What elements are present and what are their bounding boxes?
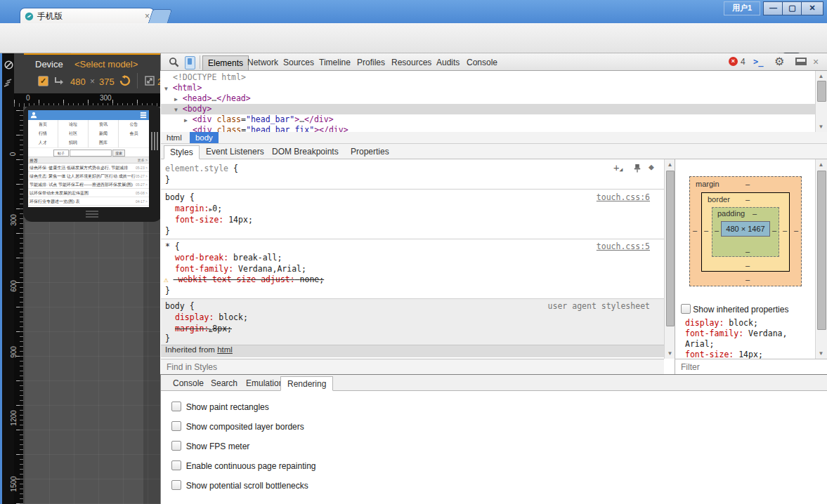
css-property[interactable]: font-family: Verdana,Arial; <box>175 264 306 274</box>
device-pixel-ratio-field[interactable]: 2 <box>157 77 160 87</box>
boxmodel-content[interactable]: 480 × 1467 <box>721 221 770 237</box>
console-drawer-icon[interactable]: >_ <box>753 57 763 67</box>
css-property[interactable]: word-break: break-all; <box>175 253 282 263</box>
tab-properties[interactable]: Properties <box>345 145 395 159</box>
styles-scrollbar[interactable]: ▲ ▼ <box>664 159 675 359</box>
mobile-nav-link[interactable]: 社区 <box>58 129 89 138</box>
device-scrollbar-grip[interactable] <box>151 132 158 152</box>
viewport-height-field[interactable]: 375 <box>99 77 115 87</box>
expand-arrow-icon[interactable]: ▼ <box>164 86 168 92</box>
tab-console[interactable]: Console <box>462 55 502 70</box>
stylesheet-link[interactable]: touch.css:5 <box>597 241 650 251</box>
rule-star-touchcss[interactable]: * { <box>165 241 180 251</box>
checkbox[interactable] <box>171 402 181 411</box>
swap-dimensions-icon[interactable] <box>119 75 131 86</box>
dom-div-headbarfix-node[interactable]: <div class="head_bar_fix"></div> <box>161 125 815 132</box>
error-count[interactable]: 4 <box>741 57 745 67</box>
close-window-button[interactable]: ✕ <box>801 1 823 15</box>
browser-tab[interactable]: 手机版 × <box>20 8 155 24</box>
option-continuous-repainting[interactable]: Enable continuous page repainting <box>171 460 315 470</box>
tab-sources[interactable]: Sources <box>278 55 319 70</box>
mobile-search-input[interactable] <box>70 150 112 157</box>
mobile-search-button[interactable]: 搜索 <box>112 150 125 157</box>
select-model-dropdown[interactable]: <Select model> <box>74 59 138 69</box>
dom-div-headbar-node[interactable]: ▶ <div class="head_bar">…</div> <box>161 114 815 125</box>
pin-icon[interactable] <box>633 164 642 173</box>
tab-profiles[interactable]: Profiles <box>352 55 390 70</box>
computed-prop-fontsize[interactable]: font-size: 14px; <box>685 350 763 359</box>
boxmodel-margin[interactable]: margin – – – – border – – – – padding – … <box>689 176 802 286</box>
search-type-select[interactable]: 帖子 <box>53 150 69 157</box>
dom-body-node-selected[interactable]: ▼ <body> <box>161 104 815 114</box>
device-screen[interactable]: 首页 论坛 资讯 公告 行情 社区 新闻 会员 人才 招聘 图库 帖子 搜索 <box>28 110 149 207</box>
tab-timeline[interactable]: Timeline <box>314 55 356 70</box>
computed-filter-input[interactable] <box>679 362 819 373</box>
option-show-fps-meter[interactable]: Show FPS meter <box>171 441 249 451</box>
css-property[interactable]: font-size: 14px; <box>175 215 253 225</box>
touch-emulation-icon[interactable] <box>3 79 13 88</box>
tab-styles[interactable]: Styles <box>164 145 200 159</box>
find-in-styles-bar[interactable] <box>161 359 664 374</box>
user-profile-button[interactable]: 用户1 <box>724 1 760 15</box>
mobile-nav-link[interactable]: 首页 <box>28 120 58 129</box>
show-inherited-row[interactable]: Show inherited properties <box>681 304 788 316</box>
checkbox[interactable] <box>171 460 181 470</box>
dom-head-node[interactable]: ▶ <head>…</head> <box>161 93 815 104</box>
mobile-nav-link[interactable]: 会员 <box>119 129 149 138</box>
rotate-icon[interactable] <box>53 75 65 86</box>
drawer-tab-rendering[interactable]: Rendering <box>280 376 333 391</box>
boxmodel-padding[interactable]: padding – – – – 480 × 1467 <box>712 207 779 257</box>
breadcrumb-html[interactable]: html <box>161 132 188 143</box>
mobile-nav-link[interactable]: 图库 <box>89 138 119 147</box>
disable-emulation-icon[interactable] <box>4 60 13 69</box>
mobile-news-item[interactable]: 以环保带动未来发展的宏伟蓝图05-08 > <box>28 189 149 197</box>
maximize-button[interactable]: ▢ <box>782 1 802 15</box>
rule-element-style[interactable]: element.style { <box>165 164 238 173</box>
computed-prop-display[interactable]: display: block; <box>685 318 758 328</box>
dom-doctype[interactable]: <!DOCTYPE html> <box>161 72 815 83</box>
tab-audits[interactable]: Audits <box>431 55 464 70</box>
mobile-nav-link[interactable]: 公告 <box>119 120 149 129</box>
drawer-tab-console[interactable]: Console <box>167 376 210 391</box>
rule-body-useragent[interactable]: body { user agent stylesheet display: bl… <box>161 298 664 345</box>
viewport-width-field[interactable]: 480 <box>70 77 86 87</box>
checkbox[interactable] <box>171 421 181 431</box>
mobile-nav-link[interactable]: 人才 <box>28 138 58 147</box>
computed-prop-fontfamily[interactable]: font-family: Verdana, <box>685 329 787 338</box>
error-badge-icon[interactable]: × <box>729 57 738 66</box>
boxmodel-border[interactable]: border – – – – padding – – – – 480 × 146… <box>701 192 790 272</box>
close-devtools-icon[interactable]: × <box>813 56 819 67</box>
mobile-news-item[interactable]: 环保行业专题述一览(图) 表04-17 > <box>28 197 149 206</box>
dom-tree-scrollbar[interactable]: ▲ ▼ <box>815 71 827 132</box>
new-tab-button[interactable] <box>148 9 172 23</box>
breadcrumb-body[interactable]: body <box>190 132 219 143</box>
find-in-styles-input[interactable] <box>165 362 620 373</box>
device-mode-icon[interactable] <box>185 56 195 69</box>
css-property[interactable]: display: block; <box>175 312 248 322</box>
rule-body-touchcss[interactable]: body { <box>165 192 195 202</box>
css-property[interactable]: margin:▶0; <box>175 204 222 213</box>
collapse-arrow-icon[interactable]: ▶ <box>184 117 188 124</box>
css-property-invalid[interactable]: ⚠ -webkit-text-size-adjust: none; <box>164 274 324 284</box>
tab-event-listeners[interactable]: Event Listeners <box>200 145 270 159</box>
settings-gear-icon[interactable]: ⚙ <box>774 55 784 68</box>
sidebar-scrollbar[interactable]: ▲ ▼ <box>815 159 827 359</box>
section-more-link[interactable]: 更多 > <box>138 158 148 162</box>
show-inherited-checkbox[interactable] <box>681 304 691 314</box>
mobile-nav-link[interactable]: 资讯 <box>89 120 119 129</box>
tab-network[interactable]: Network <box>242 55 283 70</box>
collapse-arrow-icon[interactable]: ▶ <box>174 96 178 102</box>
computed-filter-bar[interactable] <box>675 359 827 374</box>
checkbox[interactable] <box>171 480 181 490</box>
mobile-news-item[interactable]: 绿色环保: 健康生活 低碳发展方式势在必行, 节能减排05-23 > <box>28 164 149 172</box>
dock-side-icon[interactable] <box>795 58 807 65</box>
mobile-nav-link[interactable]: 论坛 <box>58 120 89 129</box>
option-show-composited-borders[interactable]: Show composited layer borders <box>171 421 304 431</box>
mobile-nav-link[interactable]: 行情 <box>28 129 58 138</box>
inspect-search-icon[interactable] <box>169 57 179 67</box>
css-property-overridden[interactable]: margin:▶8px; <box>175 324 232 333</box>
device-home-button[interactable] <box>86 211 98 218</box>
user-icon[interactable] <box>30 112 37 119</box>
inherited-html-link[interactable]: html <box>217 345 233 354</box>
mobile-nav-link[interactable] <box>119 138 149 147</box>
